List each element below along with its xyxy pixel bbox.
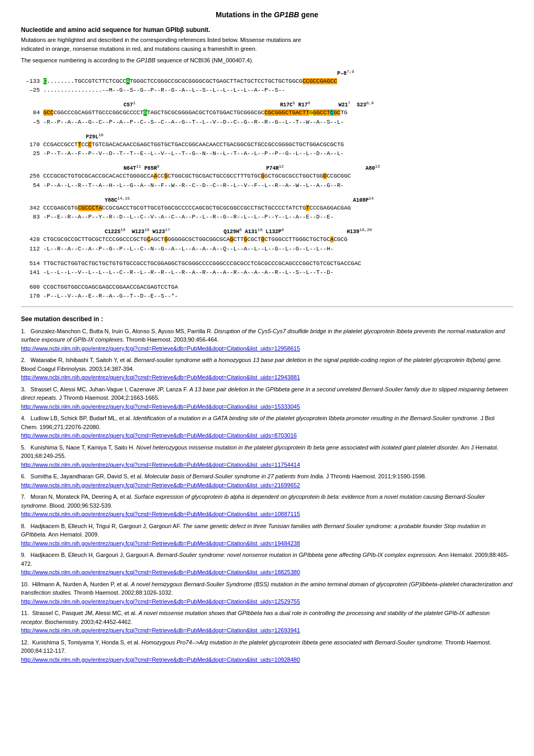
ref-link-6[interactable]: http://www.ncbi.nlm.nih.gov/entrez/query… <box>21 481 513 490</box>
seq-line-84: 84 GCCCGGCCCGCAGGTTGCCCGGCGCCCCTGTAGCTGC… <box>21 108 513 118</box>
annotation-p8: P–87,9 <box>42 69 513 77</box>
ref-link-8[interactable]: http://www.ncbi.nlm.nih.gov/entrez/query… <box>21 539 513 548</box>
seq-content-84: GCCCGGCCCGCAGGTTGCCCGGCGCCCCTGTAGCTGCGCG… <box>40 108 348 118</box>
ref-link-12[interactable]: http://www.ncbi.nlm.nih.gov/entrez/query… <box>21 655 513 664</box>
reference-10: 10. Hillmann A, Nurden A, Nurden P, et a… <box>21 580 513 606</box>
sequence-block-4: N64T11 P65R6 P74R12 A8013 256 CCCGCGCTGT… <box>21 164 513 191</box>
seq-content-83: -P--E--R--A--P--Y--R--D--L--C--V--A--C--… <box>40 213 333 222</box>
ref-text-5: Kunishima S, Naoe T, Kamiya T, Saito H. … <box>21 444 498 459</box>
sequence-block-6: C122S16 W12318 W12317 Q129H6 A13118 L132… <box>21 227 513 254</box>
reference-3: 3. Strassel C, Alessi MC, Juhan-Vague I,… <box>21 385 513 411</box>
seq-line-342: 342 CCCGAGCGTGCGCCCTACCGCGACCTGCGTTGCGTG… <box>21 204 513 213</box>
reference-9: 9. Hadjkacem B, Elleuch H, Gargouri J, G… <box>21 551 513 577</box>
seq-content-25: -P--T--A--F--P--V--D--T--T--E--L--V--L--… <box>40 149 344 159</box>
seq-line-133: –133 C........TGCCGTCTTCTCGCCATGGGCTCCGG… <box>21 77 513 86</box>
reference-4: 4. Ludlow LB, Schick BP, Budarf ML, et a… <box>21 414 513 440</box>
intro-description: Mutations are highlighted and described … <box>21 36 513 53</box>
reference-7: 7. Moran N, Morateck PA, Deering A, et a… <box>21 492 513 519</box>
seq-num-m25: –25 <box>21 86 40 95</box>
section-divider <box>21 306 513 307</box>
seq-line-600: 600 CCGCTGGTGGCCGAGCGAGCCGGAACCGACGAGTCC… <box>21 283 513 292</box>
seq-num-83: 83 <box>21 213 40 222</box>
ref-link-11[interactable]: http://www.ncbi.nlm.nih.gov/entrez/query… <box>21 626 513 635</box>
seq-line-54: 54 -P--A--L--R--T--A--H--L--G--A--N--F--… <box>21 181 513 191</box>
seq-line-256: 256 CCCGCGCTGTGCGCACCGCACACCTGGGGCCAACCG… <box>21 172 513 181</box>
seq-num-112: 112 <box>21 245 40 254</box>
ref-num-12: 12. <box>21 639 30 645</box>
seq-num-54: 54 <box>21 181 40 191</box>
ref-link-3[interactable]: http://www.ncbi.nlm.nih.gov/entrez/query… <box>21 402 513 411</box>
references-title: See mutation described in : <box>21 315 513 323</box>
reference-11: 11. Strassel C, Pasquet JM, Alessi MC, e… <box>21 609 513 635</box>
seq-content-m5: -R--P--A--A--G--C--P--A--P--C--S--C--A--… <box>40 118 344 127</box>
sequence-block-2: C571 R17C5 R176 W217 S238,9 84 GCCCGGCCC… <box>21 101 513 127</box>
ref-num-1: 1. <box>21 328 29 334</box>
ref-text-11: Strassel C, Pasquet JM, Alessi MC, et al… <box>21 610 490 625</box>
annotation-n64-p65-p74-a80: N64T11 P65R6 P74R12 A8013 <box>42 164 513 172</box>
seq-content-600: CCGCTGGTGGCCGAGCGAGCCGGAACCGACGAGTCCTGA <box>40 283 178 292</box>
page-title: Mutations in the GP1BB gene <box>21 10 513 19</box>
ref-link-9[interactable]: http://www.ncbi.nlm.nih.gov/entrez/query… <box>21 568 513 577</box>
ref-link-5[interactable]: http://www.ncbi.nlm.nih.gov/entrez/query… <box>21 461 513 469</box>
ref-text-2: Watanabe R, Ishibashi T, Saitoh Y, et al… <box>21 357 502 372</box>
seq-line-170: 170 CCGACCGCCTTCCCTGTCGACACAACCGAGCTGGTG… <box>21 140 513 150</box>
reference-2: 2. Watanabe R, Ishibashi T, Saitoh Y, et… <box>21 356 513 382</box>
seq-num-428: 428 <box>21 235 40 245</box>
annotation-y88-a108: Y88C14,15 A108P14 <box>42 196 513 204</box>
seq-line-m5: –5 -R--P--A--A--G--C--P--A--P--C--S--C--… <box>21 118 513 127</box>
ref-link-10[interactable]: http://www.ncbi.nlm.nih.gov/entrez/query… <box>21 597 513 606</box>
ref-num-9: 9. <box>21 552 29 558</box>
ref-num-10: 10. <box>21 581 30 587</box>
annotation-c122-w123-q129-a131-l132-h139: C122S16 W12318 W12317 Q129H6 A13118 L132… <box>42 227 513 235</box>
seq-num-514: 514 <box>21 259 40 269</box>
ref-text-3: Strassel C, Alessi MC, Juhan-Vague I, Ca… <box>21 386 508 401</box>
reference-5: 5. Kunishima S, Naoe T, Kamiya T, Saito … <box>21 443 513 469</box>
ref-text-10: Hillmann A, Nurden A, Nurden P, et al. A… <box>21 581 513 596</box>
ref-link-4[interactable]: http://www.ncbi.nlm.nih.gov/entrez/query… <box>21 431 513 440</box>
annotation-c57-r17-w21-s23: C571 R17C5 R176 W217 S238,9 <box>42 101 513 108</box>
ref-num-7: 7. <box>21 494 29 500</box>
reference-8: 8. Hadjkacem B, Elleuch H, Trigui R, Gar… <box>21 522 513 548</box>
ref-num-11: 11. <box>21 610 30 616</box>
ref-text-12: Kunishima S, Tomiyama Y, Honda S, et al.… <box>21 639 491 654</box>
ref-text-8: Hadjkacem B, Elleuch H, Trigui R, Gargou… <box>21 523 486 538</box>
ref-num-5: 5. <box>21 444 29 451</box>
sequence-block-5: Y88C14,15 A108P14 342 CCCGAGCGTGCGCCCTAC… <box>21 196 513 223</box>
ref-link-2[interactable]: http://www.ncbi.nlm.nih.gov/entrez/query… <box>21 373 513 382</box>
seq-line-m25: –25 .................-–M--G--S--G--P--R-… <box>21 86 513 95</box>
seq-content-133: C........TGCCGTCTTCTCGCCATGGGCTCCGGGCCGC… <box>40 77 337 86</box>
seq-num-600: 600 <box>21 283 40 292</box>
references-list: 1. Gonzalez-Manchon C, Butta N, Iruin G,… <box>21 327 513 664</box>
seq-line-112: 112 -L--R--A--C--A--P--G--P--L--C--N--G-… <box>21 245 513 254</box>
seq-num-m5: –5 <box>21 118 40 127</box>
seq-line-83: 83 -P--E--R--A--P--Y--R--D--L--C--V--A--… <box>21 213 513 222</box>
ref-num-3: 3. <box>21 386 29 392</box>
seq-num-84: 84 <box>21 108 40 118</box>
seq-line-170b: 170 -P--L--V--A--E--R--A--G--T--D--E--S-… <box>21 292 513 301</box>
sequence-block-8: 600 CCGCTGGTGGCCGAGCGAGCCGGAACCGACGAGTCC… <box>21 283 513 301</box>
nucleotide-section-title: Nucleotide and amino acid sequence for h… <box>21 26 513 34</box>
seq-line-141: 141 -L--L--L--V--L--L--L--C--R--L--R--R-… <box>21 268 513 278</box>
seq-line-25: 25 -P--T--A--F--P--V--D--T--T--E--L--V--… <box>21 149 513 159</box>
annotation-p29l: P29L10 <box>42 133 513 140</box>
sequence-block-7: 514 TTGCTGCTGGTGCTGCTGCTGTGTGCCGCCTGCGGA… <box>21 259 513 278</box>
seq-num-342: 342 <box>21 204 40 213</box>
ref-link-1[interactable]: http://www.ncbi.nlm.nih.gov/entrez/query… <box>21 344 513 353</box>
sequence-block-1: P–87,9 –133 C........TGCCGTCTTCTCGCCATGG… <box>21 69 513 96</box>
sequence-numbering-note: The sequence numbering is according to t… <box>21 56 513 65</box>
seq-content-170b: -P--L--V--A--E--R--A--G--T--D--E--S--*- <box>40 292 178 301</box>
seq-num-141: 141 <box>21 268 40 278</box>
seq-content-170: CCGACCGCCTTCCCTGTCGACACAACCGAGCTGGTGCTGA… <box>40 140 344 150</box>
ref-text-6: Sumitha E, Jayandharan GR, David S, et a… <box>30 473 426 479</box>
seq-content-342: CCCGAGCGTGCGCCCTACCGCGACCTGCGTTGCGTGGCGC… <box>40 204 351 213</box>
reference-6: 6. Sumitha E, Jayandharan GR, David S, e… <box>21 472 513 489</box>
seq-content-141: -L--L--L--V--L--L--L--C--R--L--R--R--L--… <box>40 268 333 278</box>
ref-num-2: 2. <box>21 357 29 363</box>
seq-content-514: TTGCTGCTGGTGCTGCTGCTGTGTGCCGCCTGCGGAGGCT… <box>40 259 361 269</box>
sequence-block-3: P29L10 170 CCGACCGCCTTCCCTGTCGACACAACCGA… <box>21 133 513 159</box>
ref-text-4: Ludlow LB, Schick BP, Budarf ML, et al. … <box>21 415 495 430</box>
seq-content-112: -L--R--A--C--A--P--G--P--L--C--N--G--A--… <box>40 245 333 254</box>
ref-link-7[interactable]: http://www.ncbi.nlm.nih.gov/entrez/query… <box>21 510 513 519</box>
ref-num-8: 8. <box>21 523 29 529</box>
seq-num-170: 170 <box>21 140 40 150</box>
